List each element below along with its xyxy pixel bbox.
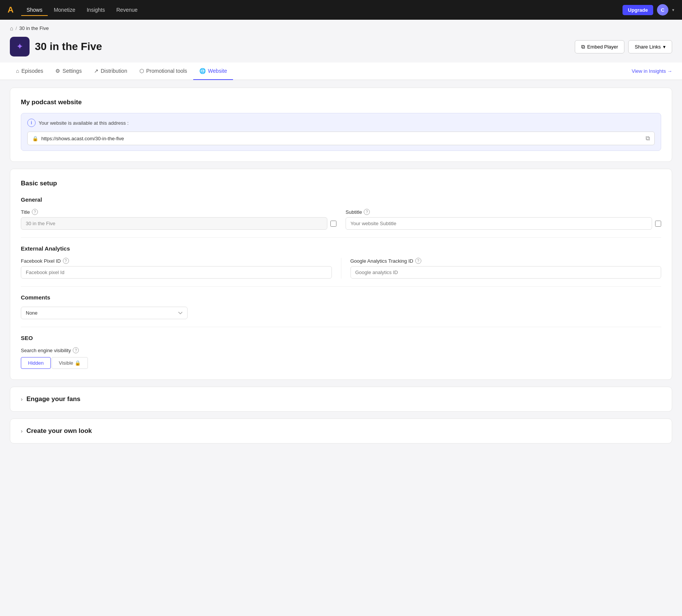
url-lock-icon: 🔒 — [32, 136, 38, 141]
hidden-toggle[interactable]: Hidden — [21, 357, 51, 369]
basic-setup-title: Basic setup — [21, 180, 661, 187]
create-look-title: Create your own look — [27, 427, 92, 435]
embed-icon: ⧉ — [581, 44, 585, 50]
show-icon: ✦ — [10, 37, 30, 56]
podcast-website-card: My podcast website i Your website is ava… — [10, 88, 672, 162]
general-section-label: General — [21, 196, 661, 203]
breadcrumb-home[interactable]: ⌂ — [10, 25, 13, 31]
page-title: 30 in the Five — [35, 41, 569, 53]
lock-icon: 🔒 — [75, 360, 81, 366]
nav-right: Upgrade C ▾ — [623, 4, 674, 16]
google-analytics-help-icon[interactable]: ? — [415, 258, 421, 264]
seo-help-icon[interactable]: ? — [73, 347, 79, 353]
subtitle-help-icon[interactable]: ? — [364, 209, 370, 215]
title-checkbox[interactable] — [330, 221, 336, 227]
info-circle-icon: i — [27, 119, 36, 127]
engage-fans-header[interactable]: › Engage your fans — [10, 387, 672, 411]
promotional-icon: ⬡ — [139, 68, 144, 74]
main-content: My podcast website i Your website is ava… — [0, 80, 682, 458]
create-look-header[interactable]: › Create your own look — [10, 419, 672, 443]
divider-3 — [21, 327, 661, 327]
seo-label: SEO — [21, 335, 661, 341]
share-links-label: Share Links — [635, 44, 661, 50]
basic-setup-card: Basic setup General Title ? Subtitle ? — [10, 169, 672, 380]
top-nav: A Shows Monetize Insights Revenue Upgrad… — [0, 0, 682, 20]
view-insights-label: View in Insights → — [632, 68, 672, 74]
view-in-insights[interactable]: View in Insights → — [632, 68, 672, 74]
website-icon: 🌐 — [199, 68, 206, 74]
avatar-caret[interactable]: ▾ — [672, 8, 674, 13]
copy-url-icon[interactable]: ⧉ — [646, 135, 650, 142]
embed-player-label: Embed Player — [587, 44, 618, 50]
podcast-website-title: My podcast website — [21, 99, 661, 106]
seo-toggle-group: Hidden Visible 🔒 — [21, 357, 661, 369]
tab-website-label: Website — [208, 68, 227, 74]
comments-label: Comments — [21, 294, 661, 301]
visible-toggle[interactable]: Visible 🔒 — [52, 357, 88, 369]
subtitle-input-row — [346, 217, 661, 230]
title-input-row — [21, 217, 336, 230]
header-actions: ⧉ Embed Player Share Links ▾ — [575, 40, 672, 53]
google-analytics-group: Google Analytics Tracking ID ? — [341, 258, 662, 279]
share-links-button[interactable]: Share Links ▾ — [628, 40, 672, 53]
engage-chevron-icon: › — [21, 396, 23, 402]
episodes-icon: ⌂ — [16, 68, 19, 74]
facebook-pixel-input[interactable] — [21, 266, 332, 279]
comments-select[interactable]: None Disqus Facebook Comments — [21, 307, 188, 319]
create-look-chevron-icon: › — [21, 428, 23, 434]
url-text: https://shows.acast.com/30-in-the-five — [41, 136, 643, 141]
page-header: ✦ 30 in the Five ⧉ Embed Player Share Li… — [0, 34, 682, 63]
google-analytics-input[interactable] — [350, 266, 662, 279]
tab-episodes[interactable]: ⌂ Episodes — [10, 63, 49, 80]
breadcrumb: ⌂ / 30 in the Five — [0, 20, 682, 34]
title-label: Title ? — [21, 209, 336, 215]
title-group: Title ? — [21, 209, 336, 230]
title-input[interactable] — [21, 217, 327, 230]
create-look-card: › Create your own look — [10, 419, 672, 444]
tab-distribution-label: Distribution — [101, 68, 127, 74]
upgrade-button[interactable]: Upgrade — [623, 5, 653, 15]
facebook-pixel-label: Facebook Pixel ID ? — [21, 258, 332, 264]
subtitle-checkbox[interactable] — [655, 221, 661, 227]
url-field: 🔒 https://shows.acast.com/30-in-the-five… — [27, 132, 655, 145]
title-subtitle-row: Title ? Subtitle ? — [21, 209, 661, 230]
settings-icon: ⚙ — [55, 68, 60, 74]
embed-player-button[interactable]: ⧉ Embed Player — [575, 40, 625, 53]
tab-settings[interactable]: ⚙ Settings — [49, 63, 88, 80]
divider-2 — [21, 286, 661, 287]
info-text: Your website is available at this addres… — [39, 120, 128, 126]
subtitle-label: Subtitle ? — [346, 209, 661, 215]
breadcrumb-separator: / — [16, 25, 17, 31]
breadcrumb-current: 30 in the Five — [19, 25, 49, 31]
nav-shows[interactable]: Shows — [21, 5, 48, 16]
logo[interactable]: A — [8, 5, 14, 15]
tab-website[interactable]: 🌐 Website — [193, 63, 233, 80]
facebook-pixel-help-icon[interactable]: ? — [63, 258, 69, 264]
tab-promotional-tools[interactable]: ⬡ Promotional tools — [133, 63, 193, 80]
tab-episodes-label: Episodes — [21, 68, 43, 74]
nav-links: Shows Monetize Insights Revenue — [21, 5, 623, 16]
tab-distribution[interactable]: ↗ Distribution — [88, 63, 133, 80]
title-help-icon[interactable]: ? — [32, 209, 38, 215]
tab-settings-label: Settings — [63, 68, 82, 74]
avatar[interactable]: C — [657, 4, 668, 16]
divider-1 — [21, 237, 661, 238]
tabs-bar: ⌂ Episodes ⚙ Settings ↗ Distribution ⬡ P… — [0, 63, 682, 80]
engage-fans-card: › Engage your fans — [10, 387, 672, 412]
analytics-row: Facebook Pixel ID ? Google Analytics Tra… — [21, 258, 661, 279]
info-box-header: i Your website is available at this addr… — [27, 119, 655, 127]
tab-promotional-label: Promotional tools — [146, 68, 187, 74]
info-box: i Your website is available at this addr… — [21, 113, 661, 151]
distribution-icon: ↗ — [94, 68, 99, 74]
subtitle-group: Subtitle ? — [346, 209, 661, 230]
search-visibility-label: Search engine visibility ? — [21, 347, 661, 353]
nav-insights[interactable]: Insights — [81, 5, 110, 16]
comments-select-row: None Disqus Facebook Comments — [21, 307, 188, 319]
subtitle-input[interactable] — [346, 217, 652, 230]
visible-label: Visible — [59, 360, 73, 366]
nav-monetize[interactable]: Monetize — [48, 5, 81, 16]
external-analytics-label: External Analytics — [21, 245, 661, 252]
facebook-pixel-group: Facebook Pixel ID ? — [21, 258, 341, 279]
nav-revenue[interactable]: Revenue — [111, 5, 143, 16]
engage-fans-title: Engage your fans — [27, 395, 81, 403]
